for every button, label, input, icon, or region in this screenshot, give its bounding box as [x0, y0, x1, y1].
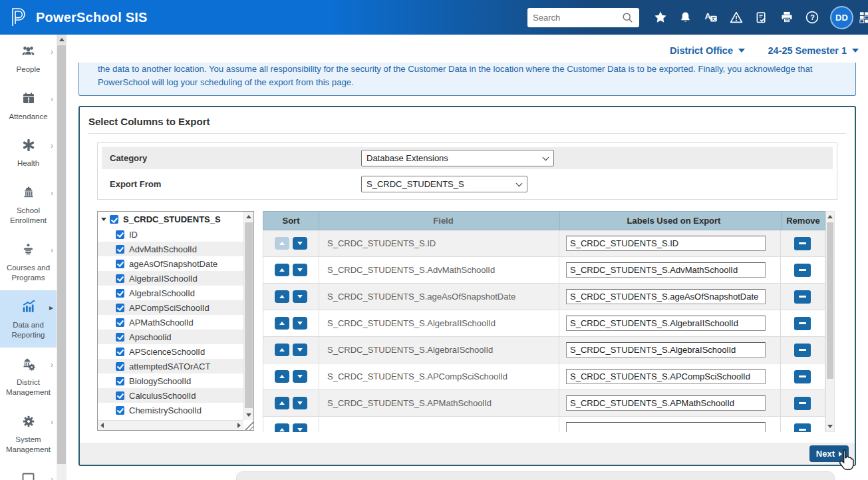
table-vertical-scrollbar[interactable] — [825, 211, 835, 432]
remove-button[interactable] — [794, 423, 811, 433]
export-label-input[interactable] — [566, 236, 766, 251]
tree-horizontal-scrollbar[interactable] — [98, 420, 243, 430]
field-checkbox-item[interactable]: ID — [98, 227, 243, 242]
checkbox-checked[interactable] — [116, 333, 124, 342]
checkbox-checked[interactable] — [116, 304, 124, 312]
export-label-input[interactable] — [566, 289, 766, 304]
school-selector[interactable]: District Office — [670, 45, 745, 56]
field-checkbox-item[interactable]: AdvMathSchoolId — [98, 242, 243, 256]
remove-button[interactable] — [794, 264, 811, 277]
search-icon[interactable] — [621, 11, 634, 24]
sidebar-item-health[interactable]: Health › — [0, 128, 57, 176]
sort-up-button[interactable] — [275, 344, 289, 356]
apps-grid-icon[interactable] — [859, 10, 868, 25]
category-select[interactable]: Database Extensions — [361, 150, 554, 166]
field-checkbox-item[interactable]: CalculusSchoolId — [98, 388, 243, 403]
term-selector[interactable]: 24-25 Semester 1 — [768, 45, 859, 56]
sort-up-button[interactable] — [275, 397, 289, 409]
field-checkbox-item[interactable]: APCompSciSchoolId — [98, 300, 243, 315]
sidebar-item-people[interactable]: People › — [0, 35, 57, 82]
user-avatar[interactable]: DD — [830, 6, 853, 29]
field-checkbox-item[interactable]: attemptedSATOrACT — [98, 359, 243, 373]
sidebar-item-system-management[interactable]: System Management › — [0, 405, 57, 462]
sort-down-button[interactable] — [293, 290, 307, 303]
field-checkbox-item[interactable]: APScienceSchoolId — [98, 344, 243, 359]
remove-button[interactable] — [794, 344, 811, 357]
sidebar-scrollbar[interactable] — [57, 35, 67, 480]
sidebar-item-attendance[interactable]: Attendance › — [0, 82, 57, 129]
scroll-left-arrow[interactable] — [100, 423, 104, 428]
checkbox-checked[interactable] — [110, 215, 118, 224]
export-label-input[interactable] — [566, 262, 766, 278]
scrollbar-thumb[interactable] — [57, 45, 66, 464]
export-label-input[interactable] — [566, 316, 766, 331]
remove-button[interactable] — [794, 397, 811, 410]
sort-down-button[interactable] — [293, 423, 307, 432]
export-label-input[interactable] — [566, 342, 766, 358]
field-tree-root[interactable]: S_CRDC_STUDENTS_S — [98, 212, 243, 227]
field-checkbox-item[interactable]: BiologySchoolId — [98, 373, 243, 388]
checkbox-checked[interactable] — [116, 289, 124, 298]
sort-up-button[interactable] — [275, 237, 289, 250]
scroll-right-arrow[interactable] — [237, 423, 241, 428]
translate-icon[interactable]: A — [703, 10, 718, 25]
checkbox-checked[interactable] — [116, 245, 124, 254]
field-checkbox-item[interactable]: ageAsOfSnapshotDate — [98, 256, 243, 271]
sort-down-button[interactable] — [293, 397, 307, 409]
checkbox-checked[interactable] — [116, 377, 124, 385]
sidebar-item-data-and-reporting[interactable]: Data and Reporting ▸ — [0, 290, 57, 348]
sort-up-button[interactable] — [275, 264, 289, 276]
checkbox-checked[interactable] — [116, 348, 124, 356]
field-checkbox-item[interactable]: Apschoolid — [98, 330, 243, 344]
tree-vertical-scrollbar[interactable] — [243, 212, 253, 420]
scroll-down-arrow[interactable] — [826, 421, 834, 431]
resize-handle[interactable] — [243, 420, 253, 430]
sort-up-button[interactable] — [275, 317, 289, 330]
scroll-up-arrow[interactable] — [57, 35, 67, 45]
sort-up-button[interactable] — [275, 370, 289, 383]
checkbox-checked[interactable] — [116, 318, 124, 327]
sidebar-item-courses-and-programs[interactable]: Courses and Programs › — [0, 233, 57, 290]
checkbox-checked[interactable] — [116, 391, 124, 400]
export-label-input[interactable] — [566, 422, 766, 432]
field-checkbox-item[interactable]: APMathSchoolId — [98, 315, 243, 330]
scrollbar-thumb[interactable] — [245, 222, 253, 408]
powerschool-logo[interactable]: PowerSchool SIS — [9, 7, 147, 28]
notifications-bell-icon[interactable] — [678, 10, 693, 25]
export-label-input[interactable] — [566, 395, 766, 411]
sidebar-item-applications[interactable]: › — [0, 462, 57, 480]
global-search[interactable] — [527, 8, 639, 27]
sidebar-item-school-enrollment[interactable]: School Enrollment › — [0, 176, 57, 233]
scrollbar-thumb[interactable] — [827, 222, 833, 379]
export-from-select[interactable]: S_CRDC_STUDENTS_S — [361, 176, 527, 192]
sort-up-button[interactable] — [275, 423, 289, 432]
checkbox-checked[interactable] — [116, 362, 124, 371]
scroll-up-arrow[interactable] — [826, 212, 834, 222]
sort-down-button[interactable] — [293, 370, 307, 383]
reports-document-check-icon[interactable] — [754, 10, 769, 25]
checkbox-checked[interactable] — [116, 274, 124, 283]
remove-button[interactable] — [794, 290, 811, 304]
field-checkbox-item[interactable]: AlgebraISchoolId — [98, 286, 243, 300]
remove-button[interactable] — [794, 317, 811, 330]
checkbox-checked[interactable] — [116, 406, 124, 415]
sort-up-button[interactable] — [275, 290, 289, 303]
remove-button[interactable] — [794, 370, 811, 383]
next-button[interactable]: Next — [809, 445, 849, 462]
alerts-warning-icon[interactable] — [728, 10, 744, 25]
export-label-input[interactable] — [566, 369, 766, 384]
field-checkbox-item[interactable]: AlgebraIISchoolId — [98, 271, 243, 286]
sort-down-button[interactable] — [293, 317, 307, 330]
field-checkbox-item[interactable]: ChemistrySchoolId — [98, 403, 243, 417]
collapse-caret-icon[interactable] — [101, 218, 106, 221]
checkbox-checked[interactable] — [116, 260, 124, 268]
remove-button[interactable] — [794, 237, 811, 250]
search-input[interactable] — [533, 13, 621, 23]
sort-down-button[interactable] — [293, 344, 307, 356]
sort-down-button[interactable] — [293, 264, 307, 276]
sidebar-item-district-management[interactable]: District Management › — [0, 348, 57, 405]
help-icon[interactable]: ? — [804, 10, 819, 25]
print-icon[interactable] — [779, 10, 794, 25]
scroll-up-arrow[interactable] — [244, 212, 253, 222]
favorites-star-icon[interactable] — [652, 10, 668, 25]
